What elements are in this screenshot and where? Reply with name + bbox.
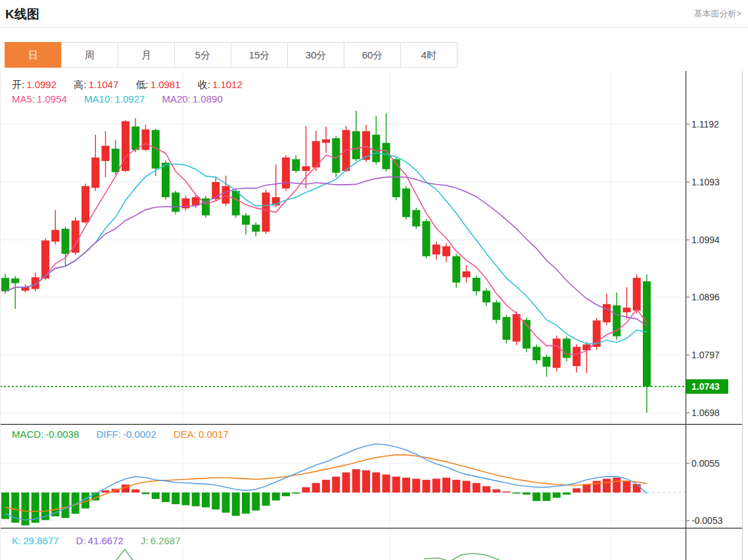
candle[interactable] [91, 158, 99, 188]
candle[interactable] [1, 278, 9, 291]
header-divider [0, 27, 748, 28]
candle[interactable] [432, 245, 440, 254]
tab-15min[interactable]: 15分 [231, 42, 288, 68]
candle[interactable] [532, 347, 540, 360]
candle[interactable] [383, 143, 390, 169]
candle[interactable] [32, 277, 39, 289]
candle[interactable] [633, 278, 641, 311]
candle[interactable] [543, 357, 551, 367]
ma10-line [5, 153, 647, 344]
candle[interactable] [282, 158, 290, 189]
macd-bar [543, 492, 551, 501]
candle[interactable] [252, 225, 260, 232]
macd-bar [212, 492, 220, 509]
kline-widget: K线图 基本面分析> 日 周 月 5分 15分 30分 60分 4时 1.119… [0, 0, 748, 560]
candle[interactable] [583, 344, 591, 350]
macd-bar [142, 492, 150, 494]
interval-tabs: 日 周 月 5分 15分 30分 60分 4时 [5, 42, 457, 68]
candle[interactable] [102, 146, 110, 161]
tab-day[interactable]: 日 [5, 42, 62, 68]
macd-bar [342, 473, 350, 493]
candle[interactable] [573, 347, 580, 366]
macd-bar [603, 478, 611, 492]
candle[interactable] [232, 191, 240, 215]
candle[interactable] [352, 131, 360, 160]
macd-bar [152, 492, 160, 499]
macd-bar [162, 492, 170, 502]
candle[interactable] [402, 189, 410, 218]
ma5-line [5, 144, 647, 355]
tab-60min[interactable]: 60分 [344, 42, 401, 68]
candle[interactable] [322, 139, 330, 143]
macd-bar [412, 478, 420, 492]
candle[interactable] [603, 304, 611, 323]
tab-5min[interactable]: 5分 [174, 42, 231, 68]
candles-layer [1, 110, 651, 413]
macd-bar [463, 481, 471, 493]
candle[interactable] [122, 121, 129, 171]
candle[interactable] [222, 186, 230, 204]
macd-bar [452, 480, 460, 492]
candle[interactable] [82, 186, 89, 222]
candle[interactable] [172, 193, 179, 212]
macd-bar [423, 480, 431, 492]
candle[interactable] [492, 302, 500, 320]
panel-borders [0, 71, 743, 560]
candle[interactable] [292, 159, 300, 171]
macd-bar [312, 483, 320, 493]
macd-bar [593, 481, 601, 493]
candle[interactable] [131, 126, 139, 150]
macd-bar [623, 481, 631, 493]
macd-bar [302, 487, 310, 492]
candle[interactable] [142, 129, 150, 150]
macd-bar [633, 484, 641, 492]
axis-label: 1.1192 [691, 119, 719, 129]
macd-bar [563, 492, 571, 494]
macd-bar [232, 492, 240, 515]
tab-week[interactable]: 周 [61, 42, 118, 68]
chart-canvas[interactable]: 1.11921.10931.09941.08961.07971.06980.00… [0, 71, 748, 560]
macd-bar [442, 478, 450, 493]
candle[interactable] [392, 159, 400, 197]
macd-bar [222, 492, 230, 513]
candle[interactable] [442, 246, 450, 256]
page-title: K线图 [5, 6, 39, 23]
candle[interactable] [643, 281, 651, 386]
candle[interactable] [62, 229, 70, 254]
fundamental-analysis-link[interactable]: 基本面分析> [693, 8, 741, 20]
chart-area: 1.11921.10931.09941.08961.07971.06980.00… [0, 71, 748, 560]
candle[interactable] [473, 278, 480, 291]
tab-4hour[interactable]: 4时 [400, 42, 457, 68]
candle[interactable] [242, 216, 250, 225]
candle[interactable] [463, 271, 471, 277]
candle[interactable] [503, 317, 511, 340]
macd-bar [352, 469, 360, 492]
macd-bar [492, 489, 500, 492]
candle[interactable] [112, 149, 120, 172]
macd-bar [272, 492, 280, 500]
candle[interactable] [482, 291, 490, 302]
candle[interactable] [262, 193, 270, 232]
candle[interactable] [162, 163, 170, 197]
candle[interactable] [302, 166, 310, 171]
candle[interactable] [563, 338, 571, 358]
candle[interactable] [623, 308, 631, 312]
candle[interactable] [423, 221, 431, 256]
candle[interactable] [553, 338, 561, 367]
candle[interactable] [412, 210, 420, 227]
last-price-badge: 1.0743 [686, 379, 728, 394]
tab-month[interactable]: 月 [118, 42, 175, 68]
tab-30min[interactable]: 30分 [287, 42, 344, 68]
macd-bar [583, 484, 591, 492]
macd-bar [503, 492, 511, 493]
macd-bar [282, 492, 290, 496]
candle[interactable] [372, 135, 380, 162]
candle[interactable] [192, 197, 200, 205]
candle[interactable] [11, 279, 19, 283]
candle[interactable] [51, 230, 59, 242]
candle[interactable] [452, 256, 460, 283]
last-price-label: 1.0743 [691, 381, 720, 392]
candle[interactable] [513, 314, 521, 342]
macd-bar [553, 492, 561, 498]
candle[interactable] [212, 182, 220, 199]
